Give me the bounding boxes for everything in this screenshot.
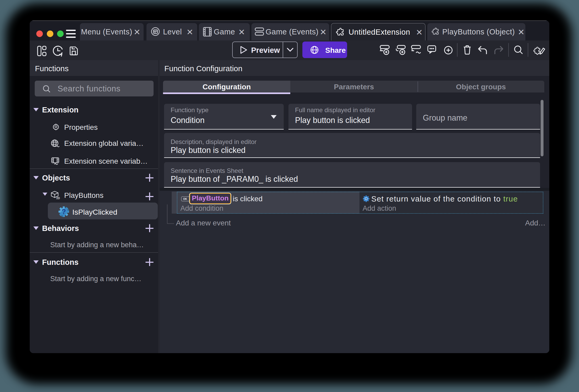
svg-text:2D: 2D: [56, 197, 60, 200]
svg-text:?: ?: [62, 208, 66, 216]
